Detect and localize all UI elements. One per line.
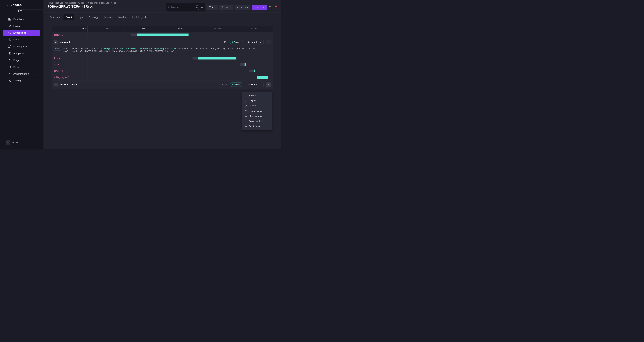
- breadcrumb-link[interactable]: kestra.engineering.load_multiple_csv_fil…: [55, 2, 104, 4]
- menu-item-outputs[interactable]: Outputs: [242, 98, 272, 103]
- menu-item-change-status[interactable]: change status: [242, 108, 272, 114]
- chevron-right-icon: ›: [34, 73, 35, 75]
- gantt-tick: 9:02:08: [236, 26, 273, 32]
- tab-overview[interactable]: Overview: [48, 14, 62, 20]
- svg-rect-12: [8, 39, 10, 41]
- menu-item-icon: [245, 94, 247, 97]
- svg-rect-17: [10, 45, 11, 46]
- jump-input[interactable]: [171, 6, 195, 9]
- attempt-select[interactable]: Attempt 1: [246, 40, 264, 45]
- gantt-bar-pending: [249, 70, 254, 72]
- logo-mark-icon: [6, 3, 10, 7]
- tab-metrics[interactable]: Metrics: [116, 14, 128, 20]
- gantt-row-convert1[interactable]: convert1: [52, 61, 273, 68]
- tab-topology[interactable]: Topology: [86, 14, 101, 20]
- gantt-ticks: 9:02:049:02:059:02:069:02:079:02:08: [88, 26, 273, 32]
- gantt-bars: [88, 55, 273, 61]
- menu-item-icon: [245, 105, 247, 107]
- svg-point-10: [10, 27, 10, 27]
- sidebar-item-settings[interactable]: Settings: [3, 78, 40, 84]
- jump-to[interactable]: Ctrl/Cmd + K: [166, 3, 205, 12]
- sidebar-item-label: Plugins: [14, 59, 22, 62]
- tab-audit-logs: Audit Logs🔒: [130, 14, 149, 20]
- svg-point-29: [245, 110, 246, 111]
- task-title: dataset1: [60, 41, 70, 44]
- collapse-sidebar-button[interactable]: «: [6, 140, 10, 145]
- svg-rect-6: [8, 20, 10, 20]
- topbar: Flows/kestra.engineering.load_multiple_c…: [44, 0, 282, 13]
- sidebar-item-executions[interactable]: Executions: [3, 30, 40, 36]
- check-icon: [232, 41, 233, 43]
- gantt-row-write_to_excel[interactable]: write_to_excel: [52, 74, 273, 80]
- gantt-bars: [88, 68, 273, 74]
- gantt-tick: 9:02:04: [88, 26, 125, 32]
- tab-gantt[interactable]: Gantt: [63, 14, 74, 20]
- svg-point-25: [168, 7, 169, 8]
- trash-icon: [222, 6, 224, 9]
- delete-button[interactable]: Delete: [219, 5, 233, 10]
- sidebar-item-docs[interactable]: Docs: [3, 64, 40, 70]
- gantt-bar-pending: [131, 34, 137, 36]
- sidebar-item-administration[interactable]: Administration›: [3, 71, 40, 77]
- logs-icon: [8, 38, 11, 41]
- menu-item-metrics[interactable]: Metrics: [242, 93, 272, 98]
- tab-label: Topology: [88, 16, 98, 19]
- svg-point-23: [9, 73, 10, 74]
- env-badge: prod: [17, 9, 44, 12]
- sidebar-item-logs[interactable]: Logs: [3, 37, 40, 43]
- log-line: DEBUG2024-10-08 09:02:06.434 File 'https…: [54, 47, 271, 53]
- tab-logs[interactable]: Logs: [75, 14, 85, 20]
- breadcrumb-link[interactable]: Flows: [48, 2, 53, 4]
- nav: DashboardFlowsExecutionsLogsNamespacesBl…: [0, 16, 44, 85]
- sidebar-item-namespaces[interactable]: Namespaces: [3, 43, 40, 50]
- task-more-button[interactable]: ⋯: [266, 82, 271, 87]
- menu-item-icon: [245, 115, 247, 117]
- breadcrumb-link[interactable]: Executions: [106, 2, 116, 4]
- sidebar-item-blueprints[interactable]: Blueprints: [3, 50, 40, 57]
- sidebar-item-label: Docs: [14, 66, 19, 69]
- tab-outputs[interactable]: Outputs: [102, 14, 115, 20]
- menu-item-label: Replay: [249, 105, 256, 107]
- gantt-row-dataset1[interactable]: dataset1: [52, 32, 273, 38]
- svg-point-0: [6, 5, 7, 5]
- svg-point-3: [8, 5, 9, 5]
- edit-flow-button[interactable]: Edit flow: [234, 5, 250, 10]
- dashboard-icon: [8, 18, 11, 21]
- gantt-row-label: dataset2: [52, 55, 88, 61]
- gantt-row-convert2[interactable]: convert2: [52, 68, 273, 74]
- menu-item-label: Outputs: [249, 99, 256, 102]
- gantt-row-label: convert2: [52, 68, 88, 74]
- notifications-button[interactable]: [274, 6, 277, 9]
- version-label: 0.19.0: [12, 141, 18, 144]
- gantt-duration: 5.15s: [52, 26, 88, 32]
- gantt-row-dataset2[interactable]: dataset2: [52, 55, 273, 61]
- tab-label: Overview: [50, 16, 60, 19]
- api-icon: API: [209, 6, 211, 8]
- sidebar-item-plugins[interactable]: Plugins: [3, 57, 40, 63]
- search-icon: [168, 6, 170, 8]
- menu-item-replay[interactable]: Replay: [242, 103, 272, 109]
- attempt-select[interactable]: Attempt 1: [246, 82, 264, 87]
- sidebar-item-flows[interactable]: Flows: [3, 23, 40, 29]
- gantt-bar-running: [257, 76, 268, 79]
- api-button[interactable]: APIAPI: [207, 5, 218, 10]
- menu-item-download-logs[interactable]: Download logs: [242, 119, 272, 124]
- chevron-down-icon: [260, 41, 261, 43]
- execute-button[interactable]: Execute: [252, 5, 267, 10]
- log-url[interactable]: https://huggingface.co/datasets/kestra/d…: [98, 48, 176, 50]
- svg-point-8: [8, 25, 9, 26]
- administration-icon: [8, 72, 11, 76]
- menu-item-show-task-source[interactable]: Show task source: [242, 114, 272, 119]
- pencil-icon: [237, 6, 239, 9]
- docs-icon: [8, 66, 11, 69]
- help-button[interactable]: [268, 6, 272, 9]
- svg-point-30: [246, 110, 247, 111]
- task-duration: 0.37s: [222, 83, 228, 86]
- task-more-button[interactable]: ⋯: [266, 40, 271, 44]
- task-type-icon: HTTP: [54, 41, 58, 44]
- menu-item-delete-logs[interactable]: Delete logs: [242, 124, 272, 129]
- log-block: DEBUG2024-10-08 09:02:06.434 File 'https…: [52, 46, 273, 55]
- namespaces-icon: [8, 45, 11, 48]
- tab-label: Gantt: [66, 16, 72, 19]
- sidebar-item-dashboard[interactable]: Dashboard: [3, 16, 40, 22]
